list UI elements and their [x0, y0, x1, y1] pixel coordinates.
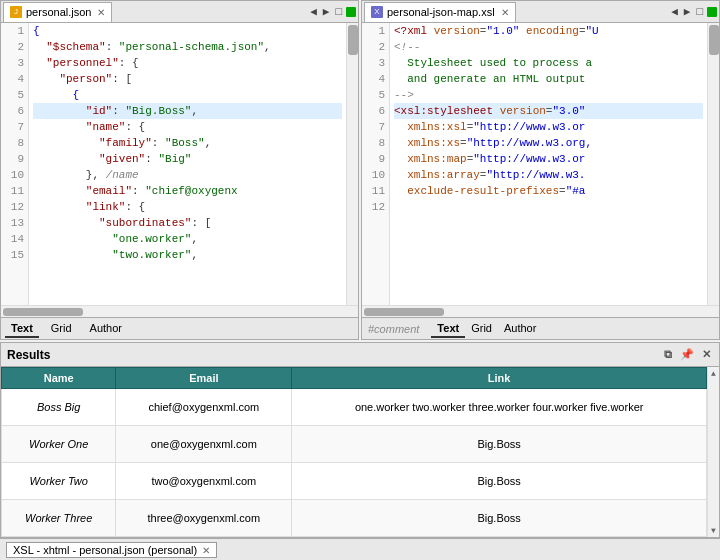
scroll-down-btn[interactable]: ▼	[708, 524, 719, 537]
right-editor-tab[interactable]: X personal-json-map.xsl ✕	[364, 2, 516, 22]
right-tab-bar: X personal-json-map.xsl ✕ ◀ ▶ □	[362, 1, 719, 23]
left-bottom-tabs: Text Grid Author	[1, 317, 358, 339]
results-header-actions: ⧉ 📌 ✕	[662, 348, 713, 361]
results-pin-btn[interactable]: 📌	[678, 348, 696, 361]
table-row: Worker One one@oxygenxml.com Big.Boss	[2, 426, 707, 463]
status-tab-label[interactable]: XSL - xhtml - personal.json (personal) ✕	[6, 542, 217, 558]
left-tab-grid[interactable]: Grid	[45, 320, 78, 338]
left-scroll-track[interactable]	[346, 23, 358, 305]
right-line-numbers: 12345 678910 1112	[362, 23, 390, 305]
col-email-header: Email	[116, 368, 292, 389]
status-bar: XSL - xhtml - personal.json (personal) ✕	[0, 538, 720, 560]
json-file-icon: J	[10, 6, 22, 18]
cell-email: two@oxygenxml.com	[116, 463, 292, 500]
col-name-header: Name	[2, 368, 116, 389]
right-tab-actions: ◀ ▶ □	[669, 5, 717, 18]
left-nav-next[interactable]: ▶	[321, 5, 332, 18]
right-scroll-thumb[interactable]	[709, 25, 719, 55]
cell-link: Big.Boss	[292, 426, 707, 463]
left-tab-bar: J personal.json ✕ ◀ ▶ □	[1, 1, 358, 23]
right-tab-label: personal-json-map.xsl	[387, 6, 495, 18]
left-tab-close[interactable]: ✕	[97, 7, 105, 18]
right-editor-pane: X personal-json-map.xsl ✕ ◀ ▶ □ 12345 67…	[361, 0, 720, 340]
right-comment-label: #comment	[368, 323, 419, 335]
cell-name: Worker Two	[2, 463, 116, 500]
cell-email: chief@oxygenxml.com	[116, 389, 292, 426]
cell-link: Big.Boss	[292, 500, 707, 537]
left-tab-author[interactable]: Author	[84, 320, 128, 338]
results-restore-btn[interactable]: ⧉	[662, 348, 674, 361]
right-tab-author[interactable]: Author	[498, 320, 542, 338]
right-tab-grid[interactable]: Grid	[465, 320, 498, 338]
results-table: Name Email Link Boss Big chief@oxygenxml…	[1, 367, 707, 537]
results-header: Results ⧉ 📌 ✕	[1, 343, 719, 367]
cell-name: Worker One	[2, 426, 116, 463]
results-scrollbar[interactable]: ▲ ▼	[707, 367, 719, 537]
right-code-content[interactable]: <?xml version="1.0" encoding="U <!-- Sty…	[390, 23, 707, 305]
cell-link: Big.Boss	[292, 463, 707, 500]
cell-name: Worker Three	[2, 500, 116, 537]
left-editor-tab[interactable]: J personal.json ✕	[3, 2, 112, 22]
right-status-indicator	[707, 7, 717, 17]
results-panel: Results ⧉ 📌 ✕ Name Email Link Boss Big c…	[0, 342, 720, 538]
left-nav-prev[interactable]: ◀	[308, 5, 319, 18]
right-bottom-area: #comment Text Grid Author	[362, 317, 719, 339]
table-row: Worker Two two@oxygenxml.com Big.Boss	[2, 463, 707, 500]
left-line-numbers: 12345 678910 1112131415	[1, 23, 29, 305]
left-status-indicator	[346, 7, 356, 17]
left-tab-actions: ◀ ▶ □	[308, 5, 356, 18]
left-scroll-thumb[interactable]	[348, 25, 358, 55]
cell-email: three@oxygenxml.com	[116, 500, 292, 537]
left-h-scroll-thumb[interactable]	[3, 308, 83, 316]
right-code-area: 12345 678910 1112 <?xml version="1.0" en…	[362, 23, 719, 305]
right-h-scrollbar[interactable]	[362, 305, 719, 317]
left-maximize[interactable]: □	[333, 6, 344, 18]
cell-link: one.worker two.worker three.worker four.…	[292, 389, 707, 426]
left-code-area: 12345 678910 1112131415 { "$schema": "pe…	[1, 23, 358, 305]
right-tab-text[interactable]: Text	[431, 320, 465, 338]
left-code-content[interactable]: { "$schema": "personal-schema.json", "pe…	[29, 23, 346, 305]
cell-name: Boss Big	[2, 389, 116, 426]
right-h-scroll-thumb[interactable]	[364, 308, 444, 316]
table-row: Boss Big chief@oxygenxml.com one.worker …	[2, 389, 707, 426]
left-tab-text[interactable]: Text	[5, 320, 39, 338]
right-nav-prev[interactable]: ◀	[669, 5, 680, 18]
left-h-scrollbar[interactable]	[1, 305, 358, 317]
scroll-up-btn[interactable]: ▲	[708, 367, 719, 380]
table-row: Worker Three three@oxygenxml.com Big.Bos…	[2, 500, 707, 537]
left-tab-label: personal.json	[26, 6, 91, 18]
right-scroll-track[interactable]	[707, 23, 719, 305]
results-close-btn[interactable]: ✕	[700, 348, 713, 361]
col-link-header: Link	[292, 368, 707, 389]
results-header-row: Name Email Link	[2, 368, 707, 389]
right-nav-next[interactable]: ▶	[682, 5, 693, 18]
cell-email: one@oxygenxml.com	[116, 426, 292, 463]
results-table-container: Name Email Link Boss Big chief@oxygenxml…	[1, 367, 719, 537]
right-maximize[interactable]: □	[694, 6, 705, 18]
status-tab-close[interactable]: ✕	[202, 545, 210, 556]
right-tab-close[interactable]: ✕	[501, 7, 509, 18]
xsl-file-icon: X	[371, 6, 383, 18]
left-editor-pane: J personal.json ✕ ◀ ▶ □ 12345 678910 111…	[0, 0, 359, 340]
results-title: Results	[7, 348, 50, 362]
status-tab-text: XSL - xhtml - personal.json (personal)	[13, 544, 197, 556]
